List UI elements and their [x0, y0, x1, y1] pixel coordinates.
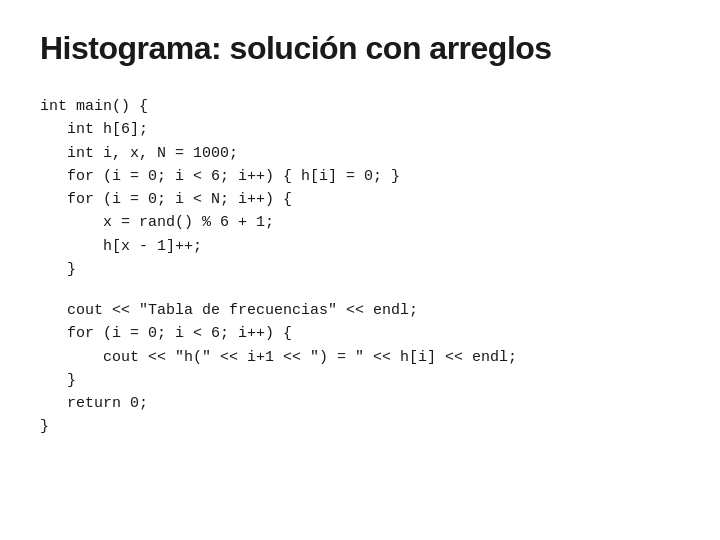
code-block-2: cout << "Tabla de frecuencias" << endl; … [40, 299, 680, 439]
slide-container: Histograma: solución con arreglos int ma… [0, 0, 720, 540]
slide-title: Histograma: solución con arreglos [40, 30, 680, 67]
code-section-2: cout << "Tabla de frecuencias" << endl; … [40, 299, 680, 439]
code-block-1: int main() { int h[6]; int i, x, N = 100… [40, 95, 680, 281]
code-section-1: int main() { int h[6]; int i, x, N = 100… [40, 95, 680, 281]
